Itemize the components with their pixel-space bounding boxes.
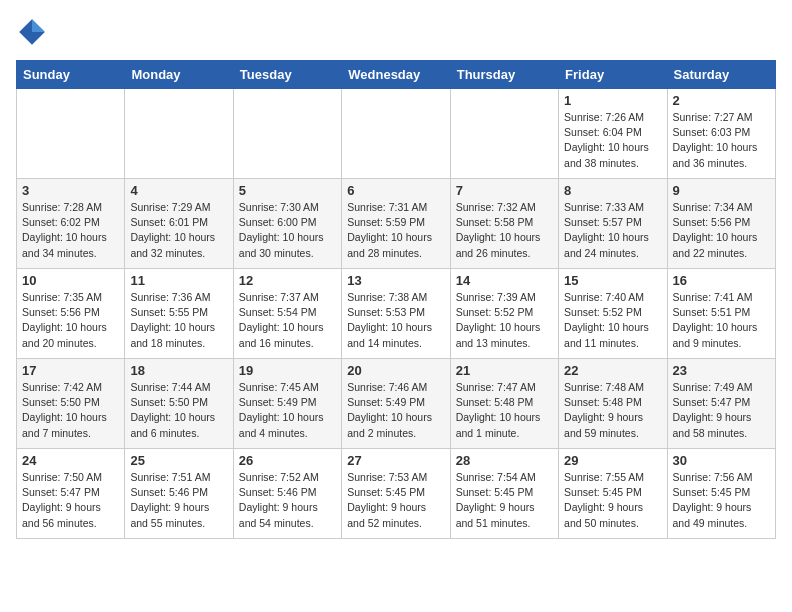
calendar-cell: 20Sunrise: 7:46 AM Sunset: 5:49 PM Dayli…: [342, 359, 450, 449]
calendar-cell: [450, 89, 558, 179]
day-number: 1: [564, 93, 661, 108]
day-number: 13: [347, 273, 444, 288]
week-row-5: 24Sunrise: 7:50 AM Sunset: 5:47 PM Dayli…: [17, 449, 776, 539]
day-number: 2: [673, 93, 770, 108]
day-number: 20: [347, 363, 444, 378]
calendar-cell: [233, 89, 341, 179]
day-info: Sunrise: 7:26 AM Sunset: 6:04 PM Dayligh…: [564, 110, 661, 171]
day-info: Sunrise: 7:52 AM Sunset: 5:46 PM Dayligh…: [239, 470, 336, 531]
day-info: Sunrise: 7:32 AM Sunset: 5:58 PM Dayligh…: [456, 200, 553, 261]
calendar-cell: 15Sunrise: 7:40 AM Sunset: 5:52 PM Dayli…: [559, 269, 667, 359]
calendar-cell: 2Sunrise: 7:27 AM Sunset: 6:03 PM Daylig…: [667, 89, 775, 179]
calendar-cell: [125, 89, 233, 179]
day-number: 4: [130, 183, 227, 198]
day-header-monday: Monday: [125, 61, 233, 89]
calendar-cell: 14Sunrise: 7:39 AM Sunset: 5:52 PM Dayli…: [450, 269, 558, 359]
day-number: 27: [347, 453, 444, 468]
calendar-table: SundayMondayTuesdayWednesdayThursdayFrid…: [16, 60, 776, 539]
day-info: Sunrise: 7:54 AM Sunset: 5:45 PM Dayligh…: [456, 470, 553, 531]
day-info: Sunrise: 7:40 AM Sunset: 5:52 PM Dayligh…: [564, 290, 661, 351]
day-info: Sunrise: 7:42 AM Sunset: 5:50 PM Dayligh…: [22, 380, 119, 441]
calendar-cell: 19Sunrise: 7:45 AM Sunset: 5:49 PM Dayli…: [233, 359, 341, 449]
day-info: Sunrise: 7:48 AM Sunset: 5:48 PM Dayligh…: [564, 380, 661, 441]
day-number: 29: [564, 453, 661, 468]
day-number: 30: [673, 453, 770, 468]
calendar-cell: 17Sunrise: 7:42 AM Sunset: 5:50 PM Dayli…: [17, 359, 125, 449]
day-number: 8: [564, 183, 661, 198]
day-info: Sunrise: 7:50 AM Sunset: 5:47 PM Dayligh…: [22, 470, 119, 531]
day-number: 25: [130, 453, 227, 468]
day-number: 17: [22, 363, 119, 378]
calendar-cell: 5Sunrise: 7:30 AM Sunset: 6:00 PM Daylig…: [233, 179, 341, 269]
calendar-cell: 6Sunrise: 7:31 AM Sunset: 5:59 PM Daylig…: [342, 179, 450, 269]
calendar-cell: 26Sunrise: 7:52 AM Sunset: 5:46 PM Dayli…: [233, 449, 341, 539]
calendar-cell: 16Sunrise: 7:41 AM Sunset: 5:51 PM Dayli…: [667, 269, 775, 359]
calendar-cell: 1Sunrise: 7:26 AM Sunset: 6:04 PM Daylig…: [559, 89, 667, 179]
day-info: Sunrise: 7:36 AM Sunset: 5:55 PM Dayligh…: [130, 290, 227, 351]
day-info: Sunrise: 7:27 AM Sunset: 6:03 PM Dayligh…: [673, 110, 770, 171]
day-info: Sunrise: 7:44 AM Sunset: 5:50 PM Dayligh…: [130, 380, 227, 441]
calendar-cell: 23Sunrise: 7:49 AM Sunset: 5:47 PM Dayli…: [667, 359, 775, 449]
day-number: 15: [564, 273, 661, 288]
calendar-cell: [17, 89, 125, 179]
day-number: 7: [456, 183, 553, 198]
calendar-cell: 9Sunrise: 7:34 AM Sunset: 5:56 PM Daylig…: [667, 179, 775, 269]
day-info: Sunrise: 7:45 AM Sunset: 5:49 PM Dayligh…: [239, 380, 336, 441]
day-info: Sunrise: 7:51 AM Sunset: 5:46 PM Dayligh…: [130, 470, 227, 531]
day-info: Sunrise: 7:34 AM Sunset: 5:56 PM Dayligh…: [673, 200, 770, 261]
day-number: 18: [130, 363, 227, 378]
calendar-cell: 3Sunrise: 7:28 AM Sunset: 6:02 PM Daylig…: [17, 179, 125, 269]
svg-marker-1: [32, 19, 45, 32]
day-header-sunday: Sunday: [17, 61, 125, 89]
calendar-cell: 11Sunrise: 7:36 AM Sunset: 5:55 PM Dayli…: [125, 269, 233, 359]
day-number: 3: [22, 183, 119, 198]
week-row-1: 1Sunrise: 7:26 AM Sunset: 6:04 PM Daylig…: [17, 89, 776, 179]
day-number: 23: [673, 363, 770, 378]
calendar-cell: 13Sunrise: 7:38 AM Sunset: 5:53 PM Dayli…: [342, 269, 450, 359]
day-number: 10: [22, 273, 119, 288]
day-info: Sunrise: 7:56 AM Sunset: 5:45 PM Dayligh…: [673, 470, 770, 531]
day-number: 24: [22, 453, 119, 468]
day-info: Sunrise: 7:31 AM Sunset: 5:59 PM Dayligh…: [347, 200, 444, 261]
calendar-cell: 22Sunrise: 7:48 AM Sunset: 5:48 PM Dayli…: [559, 359, 667, 449]
calendar-cell: 21Sunrise: 7:47 AM Sunset: 5:48 PM Dayli…: [450, 359, 558, 449]
day-info: Sunrise: 7:46 AM Sunset: 5:49 PM Dayligh…: [347, 380, 444, 441]
week-row-4: 17Sunrise: 7:42 AM Sunset: 5:50 PM Dayli…: [17, 359, 776, 449]
logo-icon: [16, 16, 48, 48]
day-info: Sunrise: 7:33 AM Sunset: 5:57 PM Dayligh…: [564, 200, 661, 261]
calendar-cell: 7Sunrise: 7:32 AM Sunset: 5:58 PM Daylig…: [450, 179, 558, 269]
calendar-cell: 10Sunrise: 7:35 AM Sunset: 5:56 PM Dayli…: [17, 269, 125, 359]
week-row-2: 3Sunrise: 7:28 AM Sunset: 6:02 PM Daylig…: [17, 179, 776, 269]
calendar-cell: 24Sunrise: 7:50 AM Sunset: 5:47 PM Dayli…: [17, 449, 125, 539]
day-info: Sunrise: 7:28 AM Sunset: 6:02 PM Dayligh…: [22, 200, 119, 261]
day-header-saturday: Saturday: [667, 61, 775, 89]
calendar-cell: 25Sunrise: 7:51 AM Sunset: 5:46 PM Dayli…: [125, 449, 233, 539]
calendar-header-row: SundayMondayTuesdayWednesdayThursdayFrid…: [17, 61, 776, 89]
header: [16, 16, 776, 48]
day-info: Sunrise: 7:30 AM Sunset: 6:00 PM Dayligh…: [239, 200, 336, 261]
day-info: Sunrise: 7:49 AM Sunset: 5:47 PM Dayligh…: [673, 380, 770, 441]
calendar-cell: [342, 89, 450, 179]
calendar-cell: 27Sunrise: 7:53 AM Sunset: 5:45 PM Dayli…: [342, 449, 450, 539]
calendar-cell: 18Sunrise: 7:44 AM Sunset: 5:50 PM Dayli…: [125, 359, 233, 449]
day-info: Sunrise: 7:38 AM Sunset: 5:53 PM Dayligh…: [347, 290, 444, 351]
day-number: 28: [456, 453, 553, 468]
day-number: 11: [130, 273, 227, 288]
day-info: Sunrise: 7:55 AM Sunset: 5:45 PM Dayligh…: [564, 470, 661, 531]
calendar-cell: 4Sunrise: 7:29 AM Sunset: 6:01 PM Daylig…: [125, 179, 233, 269]
day-number: 19: [239, 363, 336, 378]
day-header-wednesday: Wednesday: [342, 61, 450, 89]
day-number: 9: [673, 183, 770, 198]
day-number: 16: [673, 273, 770, 288]
day-info: Sunrise: 7:29 AM Sunset: 6:01 PM Dayligh…: [130, 200, 227, 261]
week-row-3: 10Sunrise: 7:35 AM Sunset: 5:56 PM Dayli…: [17, 269, 776, 359]
calendar-cell: 29Sunrise: 7:55 AM Sunset: 5:45 PM Dayli…: [559, 449, 667, 539]
day-number: 14: [456, 273, 553, 288]
day-header-friday: Friday: [559, 61, 667, 89]
day-info: Sunrise: 7:37 AM Sunset: 5:54 PM Dayligh…: [239, 290, 336, 351]
day-number: 12: [239, 273, 336, 288]
day-info: Sunrise: 7:47 AM Sunset: 5:48 PM Dayligh…: [456, 380, 553, 441]
day-header-thursday: Thursday: [450, 61, 558, 89]
day-number: 6: [347, 183, 444, 198]
day-number: 22: [564, 363, 661, 378]
